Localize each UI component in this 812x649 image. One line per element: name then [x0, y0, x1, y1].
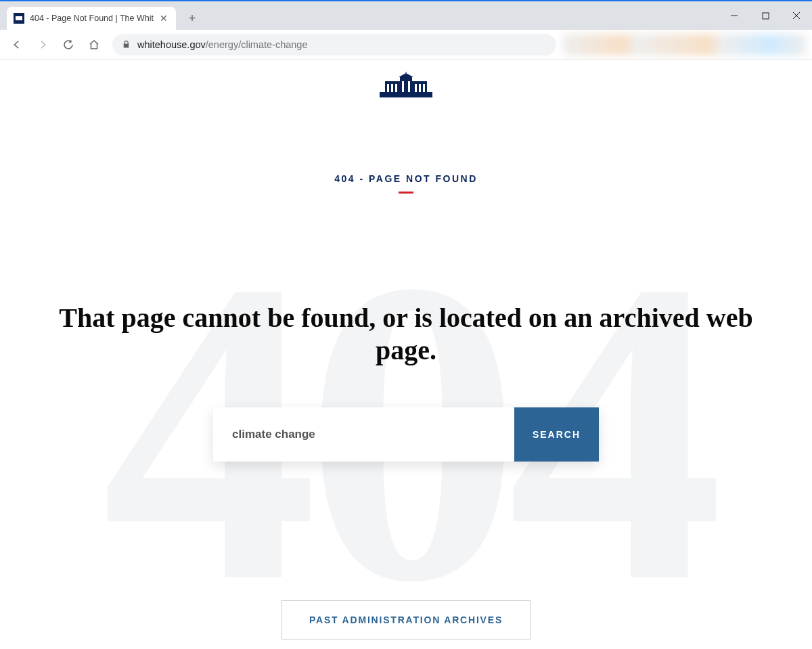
browser-tab-bar: 404 - Page Not Found | The Whit ✕ +: [0, 1, 812, 30]
extensions-area-blurred: [563, 34, 807, 55]
window-controls: [719, 1, 812, 30]
svg-rect-6: [400, 77, 412, 84]
eyebrow-text: 404 - PAGE NOT FOUND: [0, 173, 812, 184]
page-viewport: 404 404 - PAGE NOT FOUND That page canno…: [0, 60, 812, 649]
eyebrow-container: 404 - PAGE NOT FOUND: [0, 173, 812, 194]
tab-close-icon[interactable]: ✕: [160, 14, 168, 23]
search-row: SEARCH: [213, 407, 599, 462]
svg-marker-7: [399, 73, 413, 77]
svg-rect-17: [423, 84, 425, 92]
new-tab-button[interactable]: +: [183, 9, 202, 28]
svg-rect-11: [391, 84, 393, 92]
svg-rect-14: [408, 81, 410, 92]
search-input[interactable]: [213, 407, 514, 462]
window-maximize-button[interactable]: [750, 1, 781, 30]
past-archives-button[interactable]: PAST ADMINISTRATION ARCHIVES: [281, 600, 531, 640]
url-path: /energy/climate-change: [206, 39, 308, 50]
url-text: whitehouse.gov/energy/climate-change: [137, 39, 308, 50]
nav-back-button[interactable]: [5, 33, 28, 56]
svg-rect-10: [387, 84, 389, 92]
error-headline: That page cannot be found, or is located…: [0, 302, 812, 367]
svg-rect-12: [395, 84, 397, 92]
browser-tab-active[interactable]: 404 - Page Not Found | The Whit ✕: [7, 7, 176, 30]
nav-home-button[interactable]: [83, 33, 106, 56]
window-minimize-button[interactable]: [719, 1, 750, 30]
svg-rect-13: [402, 81, 404, 92]
address-bar[interactable]: whitehouse.gov/energy/climate-change: [112, 34, 556, 55]
nav-reload-button[interactable]: [57, 33, 80, 56]
lock-icon: [122, 40, 131, 49]
browser-toolbar: whitehouse.gov/energy/climate-change: [0, 30, 812, 60]
svg-rect-1: [763, 13, 769, 19]
nav-forward-button[interactable]: [31, 33, 54, 56]
tab-title: 404 - Page Not Found | The Whit: [30, 14, 154, 23]
tab-favicon: [14, 13, 24, 24]
url-domain: whitehouse.gov: [137, 39, 206, 50]
svg-rect-15: [415, 84, 417, 92]
search-button[interactable]: SEARCH: [514, 407, 599, 462]
svg-rect-16: [419, 84, 421, 92]
whitehouse-logo[interactable]: [379, 72, 433, 99]
window-close-button[interactable]: [781, 1, 812, 30]
